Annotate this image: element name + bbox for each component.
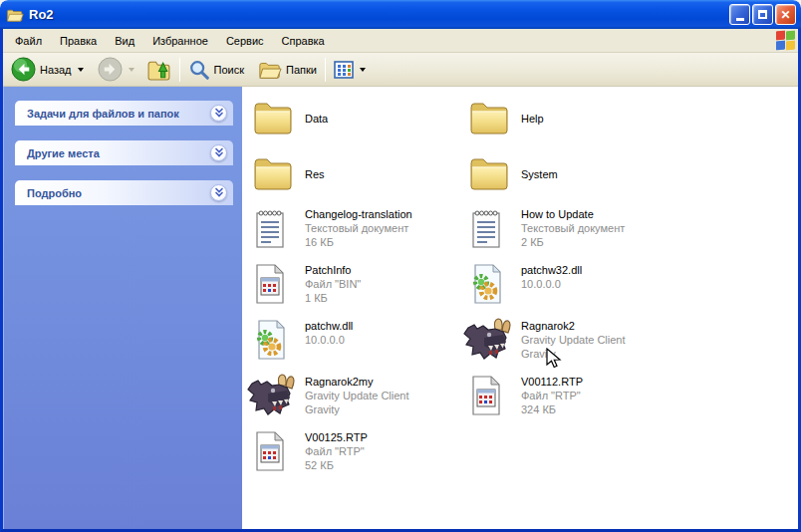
- folder-icon: [252, 154, 293, 192]
- file-name: System: [521, 167, 558, 181]
- folder-icon: [468, 154, 509, 192]
- file-tile[interactable]: Res: [252, 154, 463, 192]
- file-detail: 10.0.0.0: [305, 333, 353, 347]
- folders-icon: [258, 59, 282, 81]
- task-pane-sidebar: Задачи для файлов и папок Другие места П…: [3, 87, 242, 529]
- folder-icon: [252, 99, 293, 136]
- menu-item-4[interactable]: Сервис: [217, 32, 273, 50]
- sidebar-panel-title: Другие места: [27, 147, 100, 159]
- standard-buttons-toolbar: Назад Поиск Папки: [3, 53, 798, 87]
- file-name: patchw32.dll: [521, 263, 582, 277]
- menu-item-1[interactable]: Правка: [51, 32, 106, 50]
- file-name: V00125.RTP: [305, 430, 368, 444]
- chevron-expand-icon[interactable]: [210, 105, 227, 122]
- back-button[interactable]: Назад: [7, 55, 88, 84]
- text-file-icon: [252, 206, 288, 250]
- file-detail: Текстовый документ: [521, 221, 625, 235]
- menu-item-2[interactable]: Вид: [106, 32, 143, 50]
- grid-file-icon: [252, 262, 288, 306]
- up-button[interactable]: [142, 55, 175, 84]
- file-detail: Gravity: [521, 347, 626, 361]
- grid-file-icon: [468, 374, 504, 417]
- maximize-button[interactable]: [752, 4, 773, 25]
- file-tile[interactable]: patchw.dll 10.0.0.0: [252, 318, 463, 362]
- up-folder-icon: [146, 57, 171, 82]
- file-name: Res: [305, 167, 325, 181]
- file-detail: 16 КБ: [305, 235, 412, 249]
- file-detail: Gravity Update Client: [305, 389, 409, 402]
- file-detail: 1 КБ: [305, 291, 361, 305]
- menu-bar: ФайлПравкаВидИзбранноеСервисСправка: [3, 29, 798, 53]
- back-icon: [11, 57, 36, 82]
- back-dropdown-icon[interactable]: [78, 68, 84, 72]
- sidebar-panel[interactable]: Задачи для файлов и папок: [15, 101, 233, 126]
- close-icon: ✕: [780, 9, 790, 21]
- chevron-expand-icon[interactable]: [210, 144, 227, 161]
- windows-logo-icon: [775, 30, 797, 52]
- file-name: V00112.RTP: [521, 375, 583, 389]
- dll-file-icon: [468, 262, 504, 306]
- sidebar-panel-title: Задачи для файлов и папок: [27, 108, 179, 120]
- views-icon: [334, 61, 354, 79]
- menu-item-5[interactable]: Справка: [273, 32, 334, 50]
- search-button[interactable]: Поиск: [184, 57, 248, 83]
- file-tile[interactable]: PatchInfo Файл "BIN"1 КБ: [252, 262, 463, 306]
- forward-icon: [98, 57, 123, 82]
- minimize-button[interactable]: [729, 4, 750, 25]
- file-tile[interactable]: patchw32.dll 10.0.0.0: [468, 262, 679, 306]
- file-detail: 324 КБ: [521, 402, 583, 416]
- file-tile[interactable]: Help: [468, 99, 679, 136]
- file-tile[interactable]: Ragnarok2my Gravity Update ClientGravity: [252, 374, 463, 419]
- file-detail: Файл "BIN": [305, 277, 361, 291]
- forward-dropdown-icon: [129, 68, 134, 72]
- file-tile[interactable]: Data: [252, 99, 463, 136]
- title-bar[interactable]: Ro2 ✕: [0, 0, 801, 29]
- file-detail: 10.0.0.0: [521, 277, 582, 291]
- sidebar-panel[interactable]: Подробно: [15, 180, 233, 205]
- search-label: Поиск: [214, 64, 244, 76]
- file-detail: Gravity Update Client: [521, 333, 626, 347]
- text-file-icon: [468, 206, 504, 250]
- file-tile[interactable]: Changelog-translation Текстовый документ…: [252, 206, 463, 250]
- file-detail: Файл "RTP": [521, 389, 583, 402]
- toolbar-separator: [325, 58, 326, 82]
- folders-button[interactable]: Папки: [254, 57, 321, 83]
- file-detail: 52 КБ: [305, 458, 368, 472]
- file-tile[interactable]: V00112.RTP Файл "RTP"324 КБ: [468, 374, 679, 417]
- views-button[interactable]: [330, 59, 370, 81]
- window-title: Ro2: [29, 7, 729, 22]
- file-detail: 2 КБ: [521, 235, 625, 249]
- toolbar-separator: [179, 58, 180, 82]
- file-tile[interactable]: System: [468, 154, 679, 192]
- menu-item-0[interactable]: Файл: [6, 32, 51, 50]
- file-name: PatchInfo: [305, 263, 361, 277]
- file-name: Ragnarok2: [521, 319, 626, 333]
- file-name: How to Update: [521, 207, 625, 221]
- minimize-icon: [736, 18, 744, 21]
- menu-bar-items: ФайлПравкаВидИзбранноеСервисСправка: [6, 32, 334, 50]
- folders-label: Папки: [286, 64, 317, 76]
- explorer-window: Ro2 ✕ ФайлПравкаВидИзбранноеСервисСправк…: [0, 0, 801, 532]
- file-tile[interactable]: How to Update Текстовый документ2 КБ: [468, 206, 679, 250]
- search-icon: [188, 59, 210, 81]
- ragnarok-app-icon: [246, 374, 296, 419]
- file-name: Ragnarok2my: [305, 375, 409, 389]
- dll-file-icon: [252, 318, 288, 362]
- file-name: patchw.dll: [305, 319, 353, 333]
- window-frame: ФайлПравкаВидИзбранноеСервисСправка Наза…: [0, 29, 801, 532]
- file-detail: Текстовый документ: [305, 221, 412, 235]
- grid-file-icon: [252, 429, 288, 473]
- file-detail: Gravity: [305, 402, 409, 416]
- file-list-area[interactable]: Data Help Res System Changelog-translati: [242, 87, 798, 529]
- file-tile[interactable]: V00125.RTP Файл "RTP"52 КБ: [252, 429, 463, 473]
- file-tile[interactable]: Ragnarok2 Gravity Update ClientGravity: [468, 318, 679, 364]
- file-name: Help: [521, 112, 544, 126]
- forward-button[interactable]: [94, 55, 138, 84]
- folder-icon: [6, 7, 24, 23]
- chevron-expand-icon[interactable]: [210, 184, 227, 201]
- close-button[interactable]: ✕: [775, 4, 796, 25]
- sidebar-panel[interactable]: Другие места: [15, 140, 233, 165]
- menu-item-3[interactable]: Избранное: [143, 32, 217, 50]
- views-dropdown-icon: [360, 68, 366, 72]
- folder-icon: [468, 99, 509, 136]
